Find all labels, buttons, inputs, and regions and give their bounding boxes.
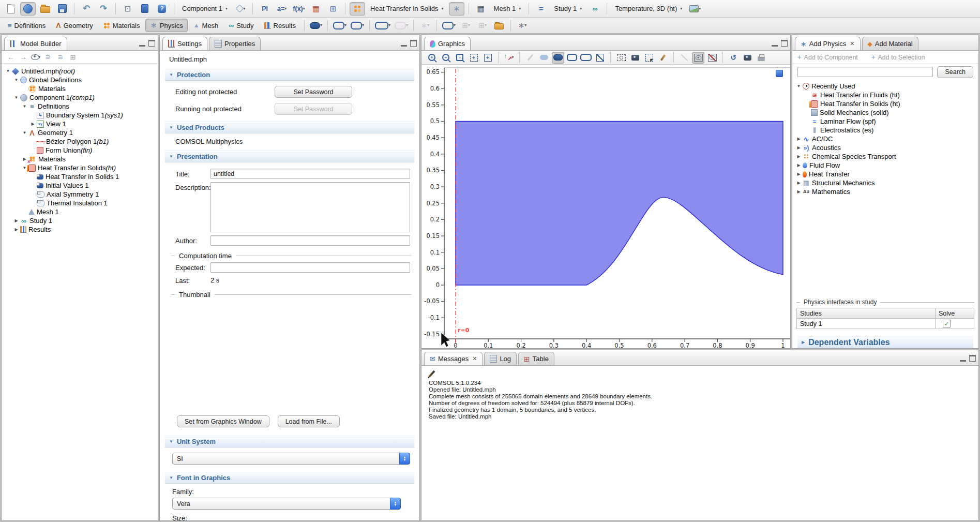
add-edge-condition-button[interactable]: ▾	[373, 19, 392, 32]
save-button[interactable]	[54, 2, 70, 16]
add-boundary-pair-button[interactable]: ▾	[349, 19, 366, 32]
plot-image-button[interactable]: ▾	[687, 2, 703, 16]
expand-arrow-icon[interactable]: ▶	[795, 137, 802, 141]
font-family-select[interactable]: Vera ▲▼	[172, 498, 401, 510]
tab-model-builder[interactable]: Model Builder	[4, 37, 67, 50]
model-tree-item[interactable]: ▼Untitled.mph (root)	[2, 67, 158, 76]
plot-area[interactable]: 0.650.60.550.50.450.40.350.30.250.20.150…	[421, 65, 790, 348]
physics-list-item[interactable]: ▶»)Acoustics	[792, 143, 978, 152]
mesh-grid-button[interactable]: ▦	[473, 2, 489, 16]
physics-list-item[interactable]: Solid Mechanics (solid)	[792, 108, 978, 117]
add-physics-button[interactable]	[350, 2, 365, 16]
set-password-button[interactable]: Set Password	[275, 86, 352, 98]
add-component-button[interactable]: ▾	[233, 2, 248, 16]
load-from-file-button[interactable]: Load from File...	[278, 415, 340, 427]
physics-list-item[interactable]: ≋Heat Transfer in Fluids (ht)	[792, 91, 978, 99]
collapse-arrow-icon[interactable]: ▼	[13, 78, 20, 82]
title-input[interactable]	[210, 169, 410, 179]
minimize-icon[interactable]	[960, 355, 966, 362]
new-file-button[interactable]	[3, 2, 19, 16]
model-tree-item[interactable]: ▼Component 1 (comp1)	[2, 93, 158, 102]
add-global-condition-button[interactable]: ▾	[441, 19, 457, 32]
solve-checkbox[interactable]: ✓	[943, 320, 951, 327]
ribbon-tab-materials[interactable]: Materials	[99, 19, 145, 32]
view-visibility-button[interactable]	[692, 52, 704, 64]
reset-hiding-button[interactable]: ↺	[727, 52, 740, 64]
select-off-button[interactable]	[594, 52, 606, 64]
description-input[interactable]	[210, 182, 410, 232]
physics-preferences-button[interactable]: ∗▾	[515, 19, 530, 32]
select-edges-button[interactable]	[580, 52, 592, 64]
expand-arrow-icon[interactable]: ▶	[13, 227, 20, 232]
geometry-domain[interactable]	[456, 122, 783, 286]
compute-equals-button[interactable]: =	[533, 2, 549, 16]
ribbon-tab-mesh[interactable]: ▲Mesh	[189, 19, 223, 32]
go-to-node-icon[interactable]: ⊞	[68, 52, 78, 62]
physics-selector-dropdown[interactable]: Heat Transfer in Solids▾	[367, 3, 447, 14]
section-protection[interactable]: ▼ Protection	[165, 69, 414, 81]
ribbon-tab-study[interactable]: ∞Study	[224, 19, 258, 32]
model-tree-item[interactable]: Thermal Insulation 1	[2, 199, 158, 207]
set-from-graphics-button[interactable]: Set from Graphics Window	[177, 415, 269, 427]
physics-search-input[interactable]	[797, 67, 933, 77]
model-tree-item[interactable]: Materials	[2, 84, 158, 93]
model-tree-item[interactable]: Initial Values 1	[2, 181, 158, 190]
open-comsol-button[interactable]	[20, 2, 36, 16]
variables-button[interactable]: a=▾	[274, 2, 290, 16]
tab-add-material[interactable]: ◆ Add Material	[862, 37, 918, 50]
collapse-arrow-icon[interactable]: ▼	[13, 95, 20, 100]
undo-button[interactable]: ↶	[79, 2, 94, 16]
add-to-selection-button[interactable]: + Add to Selection	[871, 53, 925, 61]
model-tree-item[interactable]: ▶∞Study 1	[2, 216, 158, 225]
model-tree-item[interactable]: ▶xyView 1	[2, 120, 158, 128]
expand-all-icon[interactable]: ≡↓	[55, 52, 66, 62]
table-row[interactable]: Study 1 ✓	[797, 319, 974, 329]
redo-button[interactable]: ↷	[96, 2, 111, 16]
unit-system-select[interactable]: SI ▲▼	[172, 453, 410, 465]
component-selector-dropdown[interactable]: Component 1▾	[178, 3, 231, 14]
image-snapshot-button[interactable]	[629, 52, 641, 64]
tab-log[interactable]: Log	[484, 352, 517, 365]
functions-button[interactable]: f(x)▾	[291, 2, 307, 16]
model-tree-item[interactable]: ▼≡Definitions	[2, 102, 158, 111]
physics-list-item[interactable]: Heat Transfer in Solids (ht)	[792, 99, 978, 108]
physics-list-item[interactable]: ∥Electrostatics (es)	[792, 126, 978, 135]
section-presentation[interactable]: ▼ Presentation	[165, 151, 414, 162]
expand-arrow-icon[interactable]: ▶	[29, 122, 36, 126]
study-selector-dropdown[interactable]: Study 1▾	[550, 3, 585, 14]
physics-list-item[interactable]: ≈Laminar Flow (spf)	[792, 117, 978, 126]
study-steps-button[interactable]: ∞	[587, 2, 602, 16]
ribbon-tab-definitions[interactable]: ≡Definitions	[3, 19, 50, 32]
maximize-icon[interactable]	[781, 40, 788, 47]
ribbon-tab-geometry[interactable]: ΛGeometry	[51, 19, 97, 32]
zoom-in-button[interactable]: +	[426, 52, 438, 64]
collapse-arrow-icon[interactable]: ▼	[21, 130, 28, 135]
snapshot-camera-button[interactable]	[741, 52, 753, 64]
add-boundary-condition-button[interactable]: ▾	[331, 19, 348, 32]
select-box-button[interactable]	[643, 52, 655, 64]
add-to-component-button[interactable]: + Add to Component	[797, 53, 858, 61]
model-tree-item[interactable]: ▼ΛGeometry 1	[2, 128, 158, 137]
section-font-in-graphics[interactable]: ▼ Font in Graphics	[165, 472, 414, 484]
tab-graphics[interactable]: Graphics	[424, 37, 471, 50]
zoom-extents-button[interactable]: +	[468, 52, 480, 64]
tab-settings[interactable]: Settings	[162, 37, 207, 50]
tab-messages[interactable]: ✉ Messages ✕	[424, 352, 483, 365]
expand-arrow-icon[interactable]: ▶	[795, 189, 802, 194]
nav-forward-icon[interactable]: →	[18, 52, 28, 62]
nav-back-icon[interactable]: ←	[6, 52, 16, 62]
close-icon[interactable]: ✕	[472, 355, 477, 362]
zoom-out-button[interactable]: −	[440, 52, 452, 64]
collapse-arrow-icon[interactable]: ▼	[21, 104, 28, 109]
maximize-icon[interactable]	[969, 355, 976, 362]
parameters-button[interactable]: Pi	[257, 2, 273, 16]
show-menu-icon[interactable]: ▾	[31, 52, 41, 62]
model-tree-item[interactable]: ▶Results	[2, 225, 158, 234]
open-physics-folder-button[interactable]	[491, 19, 507, 32]
model-tree-item[interactable]: Mesh 1	[2, 207, 158, 216]
ribbon-tab-physics[interactable]: ∗Physics	[145, 19, 187, 32]
documentation-button[interactable]	[137, 2, 153, 16]
zoom-box-button[interactable]: ▫	[454, 52, 466, 64]
help-button[interactable]: ?	[154, 2, 170, 16]
import-table-button[interactable]: ⊞	[325, 2, 341, 16]
